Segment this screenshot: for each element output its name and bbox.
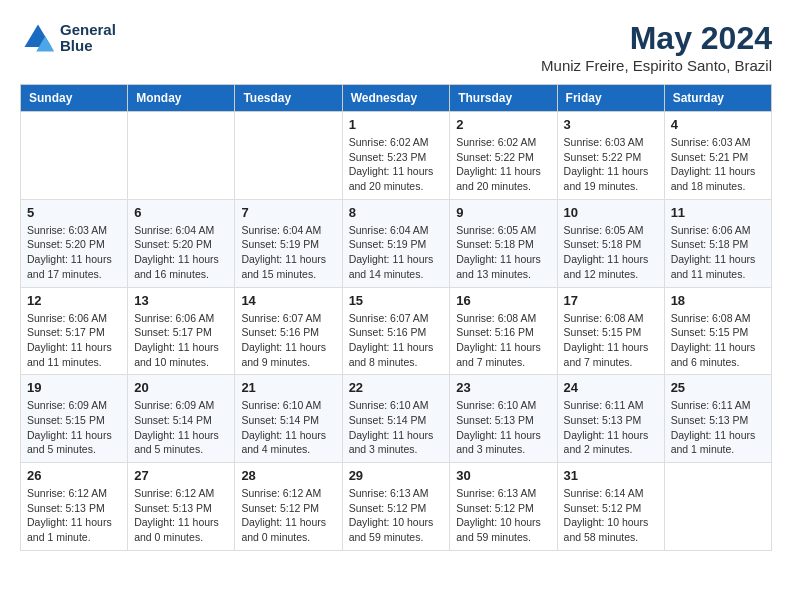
day-detail: Sunrise: 6:12 AMSunset: 5:13 PMDaylight:… bbox=[27, 486, 121, 545]
day-number: 25 bbox=[671, 380, 765, 395]
day-number: 10 bbox=[564, 205, 658, 220]
day-cell: 21Sunrise: 6:10 AMSunset: 5:14 PMDayligh… bbox=[235, 375, 342, 463]
day-cell: 26Sunrise: 6:12 AMSunset: 5:13 PMDayligh… bbox=[21, 463, 128, 551]
main-title: May 2024 bbox=[541, 20, 772, 57]
day-cell bbox=[664, 463, 771, 551]
day-number: 11 bbox=[671, 205, 765, 220]
week-row-1: 5Sunrise: 6:03 AMSunset: 5:20 PMDaylight… bbox=[21, 199, 772, 287]
day-detail: Sunrise: 6:09 AMSunset: 5:15 PMDaylight:… bbox=[27, 398, 121, 457]
week-row-3: 19Sunrise: 6:09 AMSunset: 5:15 PMDayligh… bbox=[21, 375, 772, 463]
day-number: 22 bbox=[349, 380, 444, 395]
day-detail: Sunrise: 6:03 AMSunset: 5:21 PMDaylight:… bbox=[671, 135, 765, 194]
day-number: 3 bbox=[564, 117, 658, 132]
day-number: 16 bbox=[456, 293, 550, 308]
day-cell: 23Sunrise: 6:10 AMSunset: 5:13 PMDayligh… bbox=[450, 375, 557, 463]
day-cell: 2Sunrise: 6:02 AMSunset: 5:22 PMDaylight… bbox=[450, 112, 557, 200]
title-area: May 2024 Muniz Freire, Espirito Santo, B… bbox=[541, 20, 772, 74]
week-row-0: 1Sunrise: 6:02 AMSunset: 5:23 PMDaylight… bbox=[21, 112, 772, 200]
calendar: SundayMondayTuesdayWednesdayThursdayFrid… bbox=[20, 84, 772, 551]
day-number: 20 bbox=[134, 380, 228, 395]
day-cell bbox=[21, 112, 128, 200]
day-number: 31 bbox=[564, 468, 658, 483]
day-cell: 17Sunrise: 6:08 AMSunset: 5:15 PMDayligh… bbox=[557, 287, 664, 375]
day-detail: Sunrise: 6:06 AMSunset: 5:17 PMDaylight:… bbox=[134, 311, 228, 370]
day-detail: Sunrise: 6:07 AMSunset: 5:16 PMDaylight:… bbox=[241, 311, 335, 370]
day-cell: 1Sunrise: 6:02 AMSunset: 5:23 PMDaylight… bbox=[342, 112, 450, 200]
day-number: 18 bbox=[671, 293, 765, 308]
day-header-monday: Monday bbox=[128, 85, 235, 112]
day-number: 4 bbox=[671, 117, 765, 132]
day-cell: 9Sunrise: 6:05 AMSunset: 5:18 PMDaylight… bbox=[450, 199, 557, 287]
day-header-saturday: Saturday bbox=[664, 85, 771, 112]
day-cell: 10Sunrise: 6:05 AMSunset: 5:18 PMDayligh… bbox=[557, 199, 664, 287]
day-detail: Sunrise: 6:14 AMSunset: 5:12 PMDaylight:… bbox=[564, 486, 658, 545]
day-number: 23 bbox=[456, 380, 550, 395]
logo-text: General Blue bbox=[60, 22, 116, 55]
day-detail: Sunrise: 6:06 AMSunset: 5:18 PMDaylight:… bbox=[671, 223, 765, 282]
day-detail: Sunrise: 6:12 AMSunset: 5:13 PMDaylight:… bbox=[134, 486, 228, 545]
day-detail: Sunrise: 6:08 AMSunset: 5:16 PMDaylight:… bbox=[456, 311, 550, 370]
day-number: 6 bbox=[134, 205, 228, 220]
day-cell: 28Sunrise: 6:12 AMSunset: 5:12 PMDayligh… bbox=[235, 463, 342, 551]
subtitle: Muniz Freire, Espirito Santo, Brazil bbox=[541, 57, 772, 74]
logo-line2: Blue bbox=[60, 38, 116, 55]
day-detail: Sunrise: 6:05 AMSunset: 5:18 PMDaylight:… bbox=[456, 223, 550, 282]
day-cell: 7Sunrise: 6:04 AMSunset: 5:19 PMDaylight… bbox=[235, 199, 342, 287]
day-detail: Sunrise: 6:04 AMSunset: 5:19 PMDaylight:… bbox=[349, 223, 444, 282]
day-header-wednesday: Wednesday bbox=[342, 85, 450, 112]
day-detail: Sunrise: 6:13 AMSunset: 5:12 PMDaylight:… bbox=[349, 486, 444, 545]
logo-icon bbox=[20, 20, 56, 56]
day-cell: 22Sunrise: 6:10 AMSunset: 5:14 PMDayligh… bbox=[342, 375, 450, 463]
day-number: 29 bbox=[349, 468, 444, 483]
day-cell: 18Sunrise: 6:08 AMSunset: 5:15 PMDayligh… bbox=[664, 287, 771, 375]
day-number: 30 bbox=[456, 468, 550, 483]
day-detail: Sunrise: 6:10 AMSunset: 5:13 PMDaylight:… bbox=[456, 398, 550, 457]
day-cell: 16Sunrise: 6:08 AMSunset: 5:16 PMDayligh… bbox=[450, 287, 557, 375]
day-detail: Sunrise: 6:09 AMSunset: 5:14 PMDaylight:… bbox=[134, 398, 228, 457]
day-detail: Sunrise: 6:02 AMSunset: 5:22 PMDaylight:… bbox=[456, 135, 550, 194]
day-cell: 13Sunrise: 6:06 AMSunset: 5:17 PMDayligh… bbox=[128, 287, 235, 375]
day-detail: Sunrise: 6:08 AMSunset: 5:15 PMDaylight:… bbox=[564, 311, 658, 370]
day-header-friday: Friday bbox=[557, 85, 664, 112]
logo-line1: General bbox=[60, 22, 116, 39]
day-number: 9 bbox=[456, 205, 550, 220]
header: General Blue May 2024 Muniz Freire, Espi… bbox=[20, 20, 772, 74]
day-header-sunday: Sunday bbox=[21, 85, 128, 112]
day-detail: Sunrise: 6:13 AMSunset: 5:12 PMDaylight:… bbox=[456, 486, 550, 545]
day-cell: 27Sunrise: 6:12 AMSunset: 5:13 PMDayligh… bbox=[128, 463, 235, 551]
day-number: 26 bbox=[27, 468, 121, 483]
day-number: 8 bbox=[349, 205, 444, 220]
day-cell: 8Sunrise: 6:04 AMSunset: 5:19 PMDaylight… bbox=[342, 199, 450, 287]
day-cell: 31Sunrise: 6:14 AMSunset: 5:12 PMDayligh… bbox=[557, 463, 664, 551]
day-header-thursday: Thursday bbox=[450, 85, 557, 112]
day-cell: 6Sunrise: 6:04 AMSunset: 5:20 PMDaylight… bbox=[128, 199, 235, 287]
day-number: 5 bbox=[27, 205, 121, 220]
day-number: 2 bbox=[456, 117, 550, 132]
day-cell: 20Sunrise: 6:09 AMSunset: 5:14 PMDayligh… bbox=[128, 375, 235, 463]
day-number: 24 bbox=[564, 380, 658, 395]
day-cell: 24Sunrise: 6:11 AMSunset: 5:13 PMDayligh… bbox=[557, 375, 664, 463]
day-cell: 4Sunrise: 6:03 AMSunset: 5:21 PMDaylight… bbox=[664, 112, 771, 200]
day-detail: Sunrise: 6:10 AMSunset: 5:14 PMDaylight:… bbox=[349, 398, 444, 457]
day-number: 19 bbox=[27, 380, 121, 395]
day-number: 21 bbox=[241, 380, 335, 395]
day-detail: Sunrise: 6:04 AMSunset: 5:19 PMDaylight:… bbox=[241, 223, 335, 282]
day-detail: Sunrise: 6:11 AMSunset: 5:13 PMDaylight:… bbox=[671, 398, 765, 457]
day-number: 7 bbox=[241, 205, 335, 220]
week-row-2: 12Sunrise: 6:06 AMSunset: 5:17 PMDayligh… bbox=[21, 287, 772, 375]
calendar-header-row: SundayMondayTuesdayWednesdayThursdayFrid… bbox=[21, 85, 772, 112]
day-number: 28 bbox=[241, 468, 335, 483]
day-cell bbox=[235, 112, 342, 200]
day-cell bbox=[128, 112, 235, 200]
day-number: 14 bbox=[241, 293, 335, 308]
day-detail: Sunrise: 6:03 AMSunset: 5:22 PMDaylight:… bbox=[564, 135, 658, 194]
week-row-4: 26Sunrise: 6:12 AMSunset: 5:13 PMDayligh… bbox=[21, 463, 772, 551]
day-detail: Sunrise: 6:02 AMSunset: 5:23 PMDaylight:… bbox=[349, 135, 444, 194]
day-cell: 14Sunrise: 6:07 AMSunset: 5:16 PMDayligh… bbox=[235, 287, 342, 375]
day-cell: 30Sunrise: 6:13 AMSunset: 5:12 PMDayligh… bbox=[450, 463, 557, 551]
day-detail: Sunrise: 6:07 AMSunset: 5:16 PMDaylight:… bbox=[349, 311, 444, 370]
day-detail: Sunrise: 6:08 AMSunset: 5:15 PMDaylight:… bbox=[671, 311, 765, 370]
day-detail: Sunrise: 6:11 AMSunset: 5:13 PMDaylight:… bbox=[564, 398, 658, 457]
day-detail: Sunrise: 6:05 AMSunset: 5:18 PMDaylight:… bbox=[564, 223, 658, 282]
day-number: 13 bbox=[134, 293, 228, 308]
